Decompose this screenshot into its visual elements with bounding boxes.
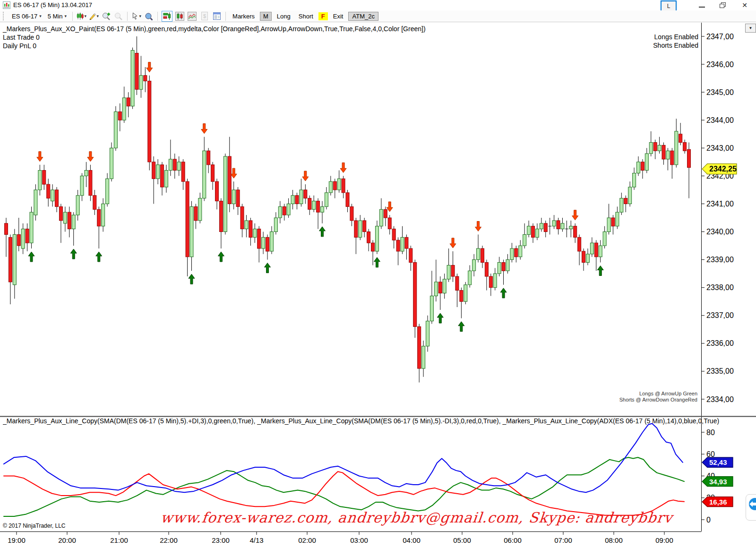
price-tick-label: 2344,00	[706, 116, 734, 124]
candle-down	[135, 53, 138, 89]
indicator-value-tag-text: 16,36	[709, 498, 727, 506]
candle-down	[308, 198, 311, 210]
candle-down	[662, 145, 665, 159]
sell-arrow-icon	[475, 221, 481, 231]
candle-down	[384, 209, 387, 218]
candle-down	[485, 263, 488, 277]
candle-up	[552, 221, 556, 226]
candle-down	[215, 181, 219, 201]
candle-up	[447, 265, 450, 279]
indicator-tick-label: 80	[706, 428, 715, 437]
candle-up	[291, 196, 294, 204]
candle-down	[283, 206, 286, 215]
candle-down	[489, 276, 492, 288]
candle-down	[317, 201, 320, 213]
candle-up	[527, 226, 531, 235]
price-chart-canvas[interactable]: 2347,002346,002345,002344,002343,002342,…	[0, 0, 756, 548]
candle-up	[131, 51, 134, 106]
price-tick-label: 2338,00	[706, 283, 734, 291]
axis-collapse-button[interactable]	[745, 24, 756, 33]
candle-down	[342, 179, 345, 193]
candle-down	[388, 218, 391, 229]
candle-down	[679, 134, 682, 143]
time-tick-label: 09:00	[655, 536, 673, 544]
candle-down	[181, 162, 185, 181]
candle-down	[47, 184, 50, 198]
candle-down	[266, 237, 269, 251]
candle-down	[409, 248, 412, 263]
candle-down	[59, 206, 62, 221]
candle-up	[287, 204, 290, 215]
candle-up	[110, 148, 113, 179]
sell-arrow-icon	[146, 62, 153, 72]
candle-up	[34, 190, 37, 215]
buy-arrow-icon	[597, 266, 603, 276]
candle-down	[241, 206, 244, 229]
sell-arrow-icon	[387, 202, 393, 212]
candle-down	[683, 142, 687, 151]
candle-down	[5, 223, 8, 235]
candle-up	[590, 243, 593, 254]
time-tick-label: 02:00	[298, 536, 316, 544]
candle-up	[253, 229, 257, 238]
ninjatrader-chart-window: ES 06-17 (5 Min) 13.04.2017 L ✕ ES 06-17…	[0, 0, 756, 548]
candle-up	[628, 187, 632, 204]
candle-up	[468, 271, 472, 285]
candle-up	[114, 112, 117, 148]
candle-down	[228, 156, 231, 204]
candles-layer	[5, 36, 691, 383]
candle-up	[472, 260, 476, 271]
candle-down	[653, 142, 657, 151]
last-price-tag-text: 2342,25	[709, 165, 737, 173]
candle-up	[675, 131, 678, 165]
candle-up	[300, 190, 303, 204]
candle-up	[561, 223, 564, 229]
candle-up	[262, 237, 265, 248]
price-tick-label: 2340,00	[706, 228, 734, 236]
price-tick-label: 2339,00	[706, 256, 734, 264]
indicator-line-plus_di_sma	[4, 457, 684, 516]
remote-control-overlay-icon[interactable]	[746, 494, 756, 521]
candle-up	[51, 190, 54, 201]
candle-up	[106, 179, 109, 204]
candle-up	[164, 171, 168, 187]
candle-down	[363, 221, 366, 232]
candle-down	[173, 159, 176, 171]
candle-up	[156, 165, 160, 179]
candle-down	[236, 190, 240, 206]
indicator-line-adx	[4, 424, 683, 493]
candle-down	[544, 223, 547, 232]
buy-arrow-icon	[70, 249, 77, 259]
price-tick-label: 2337,00	[706, 311, 734, 319]
candle-down	[392, 229, 395, 240]
candle-up	[337, 179, 341, 190]
candle-up	[85, 171, 88, 176]
candle-down	[455, 276, 459, 291]
sell-arrow-icon	[37, 152, 43, 162]
candle-up	[443, 279, 446, 293]
candle-down	[611, 218, 615, 226]
candle-up	[76, 196, 79, 215]
candle-up	[122, 98, 126, 120]
time-tick-label: 07:00	[554, 536, 572, 544]
candle-down	[594, 243, 598, 257]
candle-up	[203, 151, 206, 198]
candle-up	[540, 223, 543, 229]
price-tick-label: 2343,00	[706, 144, 734, 152]
candle-up	[666, 151, 670, 159]
price-tick-label: 2347,00	[706, 33, 734, 41]
candle-down	[152, 162, 155, 179]
candle-up	[616, 212, 619, 226]
candle-down	[502, 263, 505, 271]
candle-up	[63, 212, 67, 223]
candle-down	[574, 226, 577, 238]
time-tick-label: 04:00	[403, 536, 421, 544]
candle-down	[9, 237, 12, 282]
price-tick-label: 2346,00	[706, 60, 734, 68]
candle-up	[325, 193, 328, 207]
candle-up	[620, 198, 623, 213]
buy-arrow-icon	[319, 227, 326, 237]
candle-down	[333, 181, 336, 190]
candle-up	[190, 206, 193, 257]
candle-up	[38, 171, 42, 190]
